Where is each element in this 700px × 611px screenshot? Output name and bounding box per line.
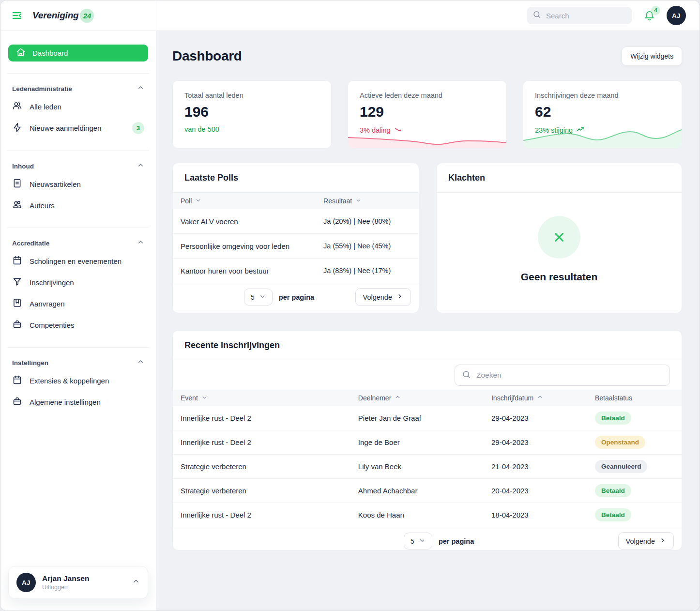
sidebar-nav: Dashboard Ledenadministratie Alle leden … xyxy=(0,31,156,566)
section-accreditatie[interactable]: Accreditatie xyxy=(8,239,148,247)
sidebar-item-auteurs[interactable]: Auteurs xyxy=(8,195,148,216)
sidebar-item-label: Dashboard xyxy=(32,49,68,57)
sidebar-item-nieuwsartikelen[interactable]: Nieuwsartikelen xyxy=(8,173,148,195)
poll-result: Ja (20%) | Nee (80%) xyxy=(323,217,411,225)
section-instellingen[interactable]: Instellingen xyxy=(8,358,148,367)
date-cell: 21-04-2023 xyxy=(491,462,595,471)
page-size-value: 5 xyxy=(251,293,255,301)
zap-icon xyxy=(12,122,22,134)
status-cell: Betaald xyxy=(595,508,674,521)
registration-row: Innerlijke rust - Deel 2 Inge de Boer 29… xyxy=(173,430,682,455)
new-signups-count-badge: 3 xyxy=(132,122,144,134)
stat-label: Actieve leden deze maand xyxy=(360,92,495,99)
column-label: Poll xyxy=(181,197,192,205)
sidebar-item-scholingen[interactable]: Scholingen en evenementen xyxy=(8,250,148,272)
status-cell: Openstaand xyxy=(595,436,674,449)
notifications-button[interactable]: 4 xyxy=(644,10,655,21)
event-cell: Innerlijke rust - Deel 2 xyxy=(181,511,358,519)
sidebar-item-label: Nieuwsartikelen xyxy=(30,180,144,188)
next-label: Volgende xyxy=(363,293,392,301)
sidebar-item-competenties[interactable]: Competenties xyxy=(8,314,148,336)
chevron-up-icon xyxy=(137,84,144,93)
per-page-label: per pagina xyxy=(439,537,474,545)
section-items: Alle leden Nieuwe aanmeldingen 3 xyxy=(8,96,148,139)
sidebar-item-label: Auteurs xyxy=(30,201,144,210)
stat-value: 62 xyxy=(535,104,670,120)
chevron-right-icon xyxy=(659,537,666,545)
registrations-search-input[interactable] xyxy=(476,371,663,380)
next-page-button[interactable]: Volgende xyxy=(355,288,411,306)
stat-subtext: van de 500 xyxy=(184,125,320,133)
chevron-up-icon xyxy=(395,394,401,402)
participant-cell: Ahmed Achachbar xyxy=(358,487,491,495)
page-size-select[interactable]: 5 xyxy=(244,289,273,306)
section-title: Inhoud xyxy=(12,163,34,170)
status-column-header[interactable]: Betaalstatus xyxy=(595,394,674,402)
collapse-sidebar-icon[interactable] xyxy=(11,10,23,21)
sidebar-item-algemene-instellingen[interactable]: Algemene instellingen xyxy=(8,391,148,412)
sidebar-item-dashboard[interactable]: Dashboard xyxy=(8,45,148,61)
poll-name: Kantoor huren voor bestuur xyxy=(181,267,323,275)
sidebar: Vereniging 24 Dashboard Ledenadministrat… xyxy=(0,0,156,611)
avatar[interactable]: AJ xyxy=(667,6,686,25)
poll-row: Vaker ALV voeren Ja (20%) | Nee (80%) xyxy=(173,209,419,234)
chevron-down-icon xyxy=(201,394,208,402)
global-search[interactable] xyxy=(527,7,632,24)
date-cell: 29-04-2023 xyxy=(491,438,595,446)
sidebar-header: Vereniging 24 xyxy=(0,0,156,31)
section-title: Ledenadministratie xyxy=(12,85,72,92)
chevron-up-icon xyxy=(537,394,543,402)
sidebar-item-nieuwe-aanmeldingen[interactable]: Nieuwe aanmeldingen 3 xyxy=(8,117,148,139)
sidebar-item-inschrijvingen[interactable]: Inschrijvingen xyxy=(8,272,148,293)
polls-pagination: 5 per pagina Volgende xyxy=(173,283,419,313)
edit-widgets-button[interactable]: Wijzig widgets xyxy=(622,46,682,66)
search-input[interactable] xyxy=(546,12,626,20)
poll-row: Persoonlijke omgeving voor leden Ja (55%… xyxy=(173,234,419,259)
sidebar-item-aanvragen[interactable]: Aanvragen xyxy=(8,293,148,314)
user-menu[interactable]: AJ Arjan Jansen Uitloggen xyxy=(8,566,148,599)
sidebar-item-alle-leden[interactable]: Alle leden xyxy=(8,96,148,117)
sort-event-column[interactable]: Event xyxy=(181,394,358,402)
section-items: Nieuwsartikelen Auteurs xyxy=(8,173,148,216)
sort-participant-column[interactable]: Deelnemer xyxy=(358,394,491,402)
filter-icon xyxy=(12,276,22,288)
poll-result: Ja (83%) | Nee (17%) xyxy=(323,267,411,275)
section-ledenadministratie[interactable]: Ledenadministratie xyxy=(8,84,148,93)
sidebar-item-extensies[interactable]: Extensies & koppelingen xyxy=(8,370,148,391)
stat-value: 196 xyxy=(184,104,320,120)
next-label: Volgende xyxy=(626,537,655,545)
column-label: Resultaat xyxy=(323,197,352,205)
sort-date-column[interactable]: Inschrijfdatum xyxy=(491,394,595,402)
chevron-up-icon xyxy=(137,239,144,247)
logout-label[interactable]: Uitloggen xyxy=(42,584,126,591)
registrations-pagination: 5 per pagina Volgende xyxy=(173,527,682,550)
column-label: Deelnemer xyxy=(358,394,391,402)
brand-badge: 24 xyxy=(80,9,94,23)
status-cell: Betaald xyxy=(595,484,674,497)
section-title: Accreditatie xyxy=(12,240,49,247)
page-size-value: 5 xyxy=(411,537,414,545)
page-size-select[interactable]: 5 xyxy=(404,533,432,550)
section-inhoud[interactable]: Inhoud xyxy=(8,162,148,170)
empty-state-text: Geen resultaten xyxy=(521,271,598,283)
participant-cell: Lily van Beek xyxy=(358,462,491,471)
sidebar-item-label: Alle leden xyxy=(30,103,144,111)
polls-table-header: Poll Resultaat xyxy=(173,193,419,209)
sort-poll-column[interactable]: Poll xyxy=(181,197,323,205)
participant-cell: Inge de Boer xyxy=(358,438,491,446)
sort-result-column[interactable]: Resultaat xyxy=(323,197,411,205)
stat-label: Inschrijvingen deze maand xyxy=(535,92,670,99)
book-icon xyxy=(12,298,22,309)
stat-card-total-members: Totaal aantal leden 196 van de 500 xyxy=(172,80,332,149)
polls-card: Laatste Polls Poll Resultaat xyxy=(172,163,419,313)
registrations-search[interactable] xyxy=(455,365,670,386)
column-label: Inschrijfdatum xyxy=(491,394,533,402)
stat-label: Totaal aantal leden xyxy=(184,92,320,99)
x-icon xyxy=(552,230,566,244)
participant-cell: Koos de Haan xyxy=(358,511,491,519)
next-page-button[interactable]: Volgende xyxy=(618,532,674,550)
sidebar-divider xyxy=(7,228,149,228)
sidebar-item-label: Nieuwe aanmeldingen xyxy=(30,124,125,132)
sidebar-item-label: Scholingen en evenementen xyxy=(30,257,144,265)
column-label: Betaalstatus xyxy=(595,394,632,402)
